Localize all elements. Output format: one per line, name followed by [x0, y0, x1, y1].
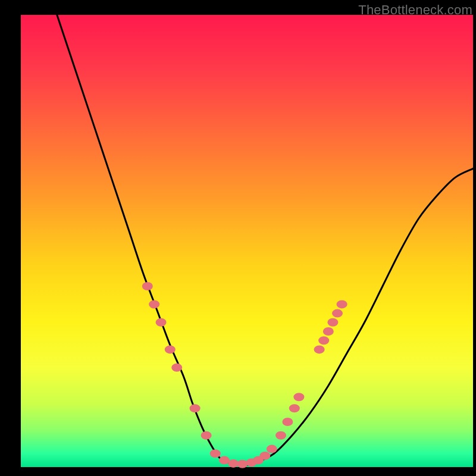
curve-marker [171, 364, 182, 372]
curve-marker [282, 418, 293, 426]
curve-marker [149, 300, 159, 308]
chart-svg [21, 15, 473, 467]
bottleneck-curve [57, 15, 473, 465]
curve-marker [314, 345, 325, 353]
curve-marker [323, 327, 334, 336]
curve-marker [275, 431, 286, 440]
curve-marker [259, 452, 270, 460]
attribution-label: TheBottleneck.com [358, 2, 472, 18]
curve-marker [210, 449, 221, 458]
curve-marker [267, 445, 277, 453]
curve-marker [142, 282, 153, 290]
curve-marker [156, 318, 167, 327]
curve-marker [327, 318, 338, 327]
curve-marker [293, 393, 304, 401]
curve-marker [237, 460, 248, 468]
curve-marker [337, 300, 347, 308]
curve-marker [201, 431, 212, 440]
chart-frame: TheBottleneck.com [0, 0, 476, 476]
plot-area [21, 15, 473, 467]
marker-group [142, 282, 347, 468]
curve-marker [332, 309, 343, 318]
curve-marker [190, 404, 201, 412]
curve-marker [289, 404, 300, 412]
curve-marker [165, 345, 176, 353]
curve-marker [318, 336, 329, 345]
